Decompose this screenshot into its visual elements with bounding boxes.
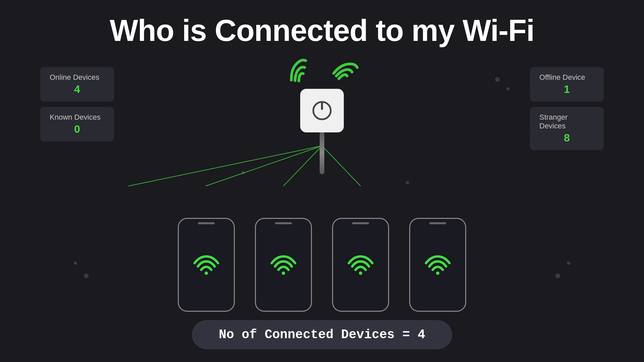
svg-rect-5	[321, 102, 323, 110]
offline-device-label: Offline Device	[539, 73, 594, 82]
wifi-signal-icon	[270, 255, 297, 275]
deco-dot-1	[495, 77, 500, 82]
wifi-signal-icon	[424, 255, 451, 275]
known-devices-label: Known Devices	[50, 113, 105, 122]
wifi-signal-icon	[193, 255, 220, 275]
router-antenna	[320, 131, 324, 174]
device-2	[255, 218, 312, 312]
known-devices-value: 0	[50, 123, 105, 135]
offline-device-card: Offline Device 1	[530, 67, 604, 102]
svg-point-9	[436, 272, 439, 275]
device-3	[332, 218, 389, 312]
devices-row	[178, 218, 466, 312]
deco-dot-8	[406, 181, 409, 184]
deco-dot-6	[567, 261, 570, 265]
device-1	[178, 218, 235, 312]
power-button-icon	[311, 100, 333, 121]
deco-dot-7	[241, 171, 245, 174]
device-4	[409, 218, 466, 312]
left-cards: Online Devices 4 Known Devices 0	[40, 67, 114, 147]
connected-devices-text: No of Connected Devices = 4	[219, 327, 425, 342]
right-cards: Offline Device 1 Stranger Devices 8	[530, 67, 604, 156]
offline-device-value: 1	[539, 83, 594, 96]
svg-point-6	[205, 272, 208, 275]
online-devices-value: 4	[50, 83, 105, 96]
wifi-arcs	[275, 52, 369, 89]
router-box	[300, 89, 344, 132]
deco-dot-3	[84, 274, 89, 278]
wifi-signal-icon	[347, 255, 374, 275]
deco-dot-4	[74, 261, 77, 265]
known-devices-card: Known Devices 0	[40, 107, 114, 141]
online-devices-card: Online Devices 4	[40, 67, 114, 102]
router-area	[275, 52, 369, 174]
svg-point-8	[359, 272, 362, 275]
stranger-devices-label: Stranger Devices	[539, 113, 594, 130]
svg-point-7	[282, 272, 285, 275]
stranger-devices-value: 8	[539, 132, 594, 144]
stranger-devices-card: Stranger Devices 8	[530, 107, 604, 150]
online-devices-label: Online Devices	[50, 73, 105, 82]
deco-dot-5	[555, 274, 560, 278]
deco-dot-2	[506, 87, 510, 90]
page-title: Who is Connected to my Wi-Fi	[0, 0, 644, 48]
bottom-status-bar: No of Connected Devices = 4	[192, 320, 452, 349]
